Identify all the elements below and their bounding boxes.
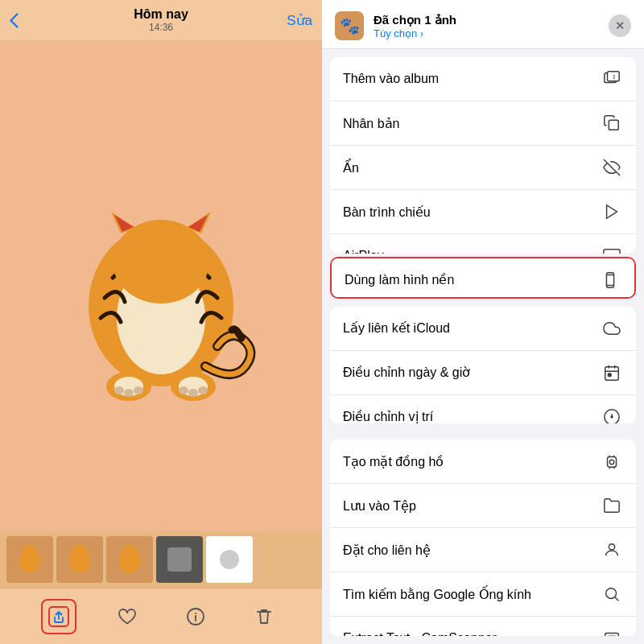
hide-icon xyxy=(601,156,623,179)
svg-point-20 xyxy=(72,545,87,558)
time-label: 14:36 xyxy=(134,22,188,33)
thumbnail-2[interactable] xyxy=(56,536,103,583)
camscanner-icon xyxy=(601,627,623,636)
menu-item-airplay[interactable]: AirPlay xyxy=(330,234,636,254)
icloud-icon xyxy=(601,317,623,340)
menu-section-1: Thêm vào album Nhân bản Ẩn xyxy=(330,57,636,254)
close-button[interactable]: ✕ xyxy=(609,14,631,37)
thumbnail-strip xyxy=(0,531,322,588)
favorite-button[interactable] xyxy=(109,599,145,634)
svg-point-10 xyxy=(124,389,134,397)
svg-point-44 xyxy=(611,416,613,418)
svg-rect-37 xyxy=(605,366,619,380)
contact-icon xyxy=(601,539,623,561)
menu-section-highlighted: Dùng làm hình nền xyxy=(330,257,636,299)
svg-point-48 xyxy=(606,588,617,599)
menu-item-files[interactable]: Lưu vào Tệp xyxy=(330,484,636,528)
duplicate-icon xyxy=(601,112,623,134)
svg-point-47 xyxy=(609,544,614,550)
menu-item-google-lens[interactable]: Tìm kiếm bằng Google Ống kính xyxy=(330,572,636,617)
svg-rect-45 xyxy=(608,457,617,468)
slideshow-icon xyxy=(601,200,623,223)
menu-item-add-album[interactable]: Thêm vào album xyxy=(330,57,636,101)
menu-item-location[interactable]: Điều chỉnh vị trí xyxy=(330,395,636,424)
main-photo xyxy=(0,40,322,531)
back-button[interactable] xyxy=(10,13,19,28)
menu-item-hide[interactable]: Ẩn xyxy=(330,146,636,190)
share-button[interactable] xyxy=(41,599,76,634)
top-bar: Hôm nay 14:36 Sửa xyxy=(0,0,322,40)
date-label: Hôm nay xyxy=(134,7,188,22)
thumbnail-4[interactable] xyxy=(156,536,203,583)
svg-point-9 xyxy=(114,386,124,394)
info-button[interactable] xyxy=(178,599,213,634)
files-icon xyxy=(601,494,623,517)
sheet-header-icon: 🐾 xyxy=(335,11,364,40)
watch-icon xyxy=(601,450,623,473)
menu-section-3: Tạo mặt đồng hồ Lưu vào Tệp Đặt cho liên… xyxy=(330,440,636,636)
menu-item-camscanner[interactable]: Extract Text - CamScanner xyxy=(330,617,636,636)
menu-item-slideshow[interactable]: Bàn trình chiếu xyxy=(330,190,636,234)
delete-button[interactable] xyxy=(246,599,282,634)
menu-section-2: Lấy liên kết iCloud Điều chỉnh ngày & gi… xyxy=(330,307,636,424)
thumbnail-1[interactable] xyxy=(6,536,53,583)
svg-rect-23 xyxy=(167,547,192,572)
sheet-header-text: Đã chọn 1 ảnh Tùy chọn › xyxy=(374,13,599,39)
menu-item-watch[interactable]: Tạo mặt đồng hồ xyxy=(330,440,636,484)
svg-rect-30 xyxy=(609,120,618,130)
svg-point-46 xyxy=(609,460,614,465)
right-panel: 🐾 Đã chọn 1 ảnh Tùy chọn › ✕ Thêm vào al… xyxy=(322,0,644,644)
svg-rect-50 xyxy=(605,634,619,636)
wallpaper-icon xyxy=(599,269,621,291)
airplay-icon xyxy=(601,245,623,254)
menu-item-date[interactable]: Điều chỉnh ngày & giờ xyxy=(330,351,636,395)
svg-point-24 xyxy=(220,550,239,569)
svg-point-22 xyxy=(122,545,137,558)
bottom-toolbar xyxy=(0,588,322,644)
calendar-icon xyxy=(601,361,623,384)
svg-marker-32 xyxy=(607,205,617,219)
location-icon xyxy=(601,406,623,424)
thumbnail-5[interactable] xyxy=(206,536,253,583)
tiger-illustration xyxy=(48,149,274,423)
sheet-subtitle[interactable]: Tùy chọn › xyxy=(374,27,599,39)
svg-point-15 xyxy=(188,389,198,397)
thumbnail-3[interactable] xyxy=(106,536,153,583)
menu-item-duplicate[interactable]: Nhân bản xyxy=(330,101,636,146)
svg-point-11 xyxy=(134,386,143,394)
svg-point-2 xyxy=(113,220,209,303)
title-block: Hôm nay 14:36 xyxy=(134,7,188,33)
sheet-title: Đã chọn 1 ảnh xyxy=(374,13,599,27)
edit-button[interactable]: Sửa xyxy=(287,12,312,29)
svg-point-16 xyxy=(198,386,208,394)
menu-item-wallpaper[interactable]: Dùng làm hình nền xyxy=(332,258,634,299)
svg-point-14 xyxy=(179,386,188,394)
menu-item-contact[interactable]: Đặt cho liên hệ xyxy=(330,528,636,572)
svg-point-18 xyxy=(23,545,37,558)
album-icon xyxy=(601,68,623,90)
left-panel: Hôm nay 14:36 Sửa xyxy=(0,0,322,644)
sheet-header: 🐾 Đã chọn 1 ảnh Tùy chọn › ✕ xyxy=(322,0,644,49)
svg-point-27 xyxy=(195,613,196,614)
search-icon xyxy=(601,583,623,605)
svg-rect-41 xyxy=(608,374,611,377)
svg-line-49 xyxy=(615,598,618,601)
menu-item-icloud[interactable]: Lấy liên kết iCloud xyxy=(330,307,636,351)
